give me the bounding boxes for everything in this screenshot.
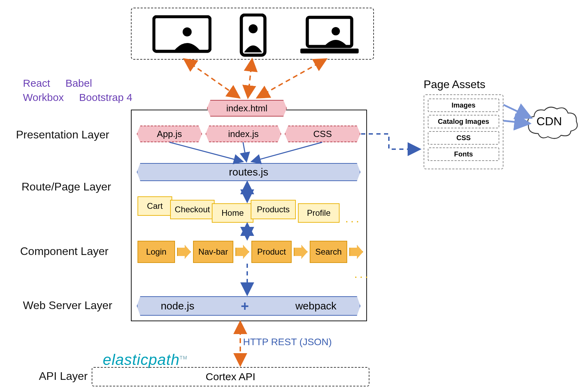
asset-css: CSS — [428, 131, 499, 145]
layer-label-routepage: Route/Page Layer — [22, 180, 111, 193]
tablet-device-icon — [152, 15, 211, 55]
laptop-device-icon — [298, 15, 361, 57]
file-appjs: App.js — [137, 126, 202, 142]
svg-line-9 — [257, 59, 326, 98]
cortex-api-box: Cortex API — [92, 367, 369, 386]
webserver-webpack: webpack — [295, 300, 336, 312]
svg-line-8 — [248, 59, 252, 98]
svg-line-7 — [184, 59, 240, 98]
route-home: Home — [212, 203, 253, 223]
elasticpath-logo: elasticpathTM — [103, 351, 187, 368]
plus-icon: + — [241, 298, 249, 314]
cdn-label: CDN — [536, 114, 562, 128]
webserver-bar: node.js + webpack — [137, 296, 360, 316]
entry-indexhtml: index.html — [207, 100, 287, 117]
tech-bootstrap: Bootstrap 4 — [79, 91, 132, 105]
file-indexjs: index.js — [206, 126, 281, 142]
component-product: Product — [251, 241, 292, 263]
component-navbar: Nav-bar — [193, 241, 233, 263]
file-css: CSS — [285, 126, 360, 142]
routes-ellipsis: ... — [345, 212, 361, 225]
page-assets-group: Images Catalog Images CSS Fonts — [424, 94, 503, 169]
asset-catalog-images: Catalog Images — [428, 115, 499, 128]
tech-workbox: Workbox — [23, 91, 64, 105]
route-profile: Profile — [298, 203, 340, 223]
tech-react: React — [23, 76, 50, 91]
client-devices-group — [131, 8, 374, 60]
route-checkout: Checkout — [170, 200, 215, 219]
component-login: Login — [137, 241, 175, 263]
asset-images: Images — [428, 99, 499, 112]
tech-babel: Babel — [65, 76, 92, 91]
svg-point-6 — [332, 27, 340, 35]
webserver-node: node.js — [161, 300, 194, 312]
svg-point-1 — [183, 27, 192, 36]
asset-fonts: Fonts — [428, 147, 499, 161]
svg-point-3 — [249, 24, 258, 33]
layer-label-webserver: Web Server Layer — [23, 299, 112, 312]
routesjs-bar: routes.js — [137, 163, 360, 181]
components-ellipsis: ... — [354, 267, 370, 281]
page-assets-title: Page Assets — [424, 78, 485, 91]
tech-stack-labels: React Babel Workbox Bootstrap 4 — [23, 76, 132, 104]
component-search: Search — [310, 241, 347, 263]
route-cart: Cart — [137, 196, 172, 216]
layer-label-api: API Layer — [39, 370, 88, 383]
layer-label-component: Component Layer — [20, 245, 108, 258]
layer-label-presentation: Presentation Layer — [16, 128, 109, 141]
phone-device-icon — [236, 14, 270, 57]
route-products: Products — [251, 200, 296, 219]
svg-rect-5 — [300, 49, 359, 53]
http-rest-label: HTTP REST (JSON) — [243, 336, 332, 348]
